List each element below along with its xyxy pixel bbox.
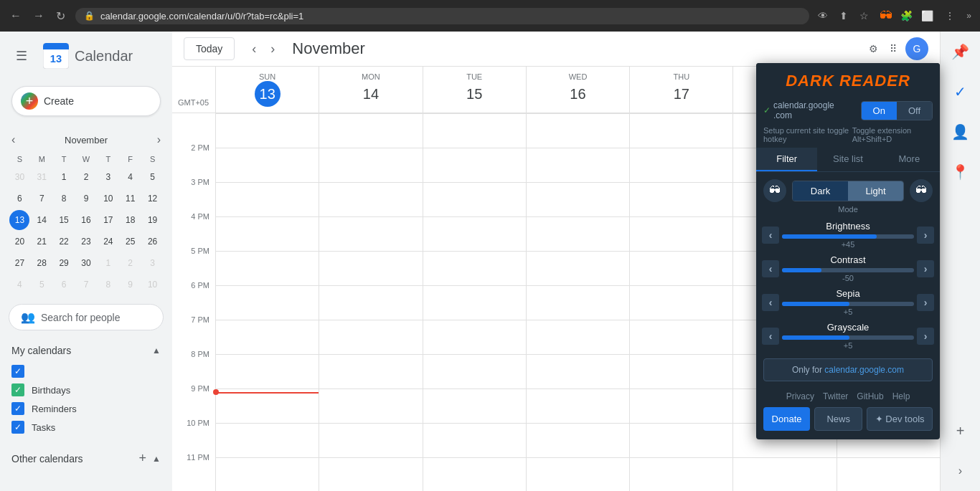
mini-cal-day[interactable]: 9 bbox=[121, 275, 141, 295]
mini-cal-day[interactable]: 6 bbox=[54, 275, 74, 295]
calendar-item-tasks[interactable]: ✓ Tasks bbox=[9, 418, 164, 437]
mini-cal-prev[interactable]: ‹ bbox=[9, 130, 18, 149]
day-16[interactable]: 16 bbox=[565, 81, 590, 107]
cell[interactable] bbox=[423, 388, 526, 423]
dr-only-for-button[interactable]: Only for calendar.google.com bbox=[763, 358, 933, 381]
mini-cal-day[interactable]: 2 bbox=[76, 167, 96, 187]
cell[interactable] bbox=[215, 354, 319, 388]
mini-cal-day[interactable]: 9 bbox=[76, 189, 96, 209]
cell[interactable] bbox=[215, 457, 319, 491]
today-button[interactable]: Today bbox=[184, 37, 235, 60]
mini-cal-day[interactable]: 25 bbox=[121, 232, 141, 252]
dr-tab-sitelist[interactable]: Site list bbox=[817, 148, 878, 171]
mini-cal-day[interactable]: 30 bbox=[76, 253, 96, 273]
refresh-button[interactable]: ↻ bbox=[52, 6, 70, 26]
cell[interactable] bbox=[215, 216, 319, 251]
mini-cal-day[interactable]: 10 bbox=[143, 275, 163, 295]
dr-grayscale-increase[interactable]: › bbox=[917, 328, 934, 345]
bookmark-icon-button[interactable]: ☆ bbox=[857, 7, 872, 24]
mini-cal-day[interactable]: 30 bbox=[9, 167, 29, 187]
cell[interactable] bbox=[319, 148, 422, 182]
mini-cal-day[interactable]: 7 bbox=[76, 275, 96, 295]
mini-cal-day[interactable]: 23 bbox=[76, 232, 96, 252]
dr-brightness-track[interactable] bbox=[782, 234, 914, 239]
mini-cal-day[interactable]: 3 bbox=[143, 253, 163, 273]
mini-cal-day[interactable]: 20 bbox=[9, 232, 29, 252]
mini-cal-next[interactable]: › bbox=[154, 130, 164, 149]
mini-cal-day[interactable]: 16 bbox=[76, 210, 96, 230]
cell[interactable] bbox=[319, 182, 422, 216]
cell[interactable] bbox=[319, 320, 422, 354]
cell[interactable] bbox=[423, 354, 526, 388]
next-week-button[interactable]: › bbox=[265, 39, 281, 59]
apps-grid-button[interactable]: ⠿ bbox=[887, 40, 900, 57]
cell[interactable] bbox=[215, 148, 319, 182]
day-14[interactable]: 14 bbox=[358, 81, 384, 107]
cell[interactable] bbox=[837, 457, 940, 491]
cell[interactable] bbox=[423, 320, 526, 354]
cell[interactable] bbox=[629, 113, 732, 148]
cell[interactable] bbox=[423, 457, 526, 491]
cell[interactable] bbox=[526, 148, 629, 182]
mini-cal-day[interactable]: 22 bbox=[54, 232, 74, 252]
mini-cal-day[interactable]: 12 bbox=[143, 189, 163, 209]
mini-cal-day[interactable]: 21 bbox=[32, 232, 52, 252]
mini-cal-day[interactable]: 26 bbox=[143, 232, 163, 252]
address-bar[interactable]: 🔒 calendar.google.com/calendar/u/0/r?tab… bbox=[75, 8, 809, 24]
cell[interactable] bbox=[423, 113, 526, 148]
maps-icon-button[interactable]: 📍 bbox=[946, 158, 975, 186]
dark-reader-ext-icon[interactable]: 🕶 bbox=[877, 7, 895, 24]
cell[interactable] bbox=[319, 354, 422, 388]
mini-cal-day[interactable]: 28 bbox=[32, 253, 52, 273]
cell[interactable] bbox=[423, 216, 526, 251]
mini-cal-day[interactable]: 31 bbox=[32, 167, 52, 187]
day-17[interactable]: 17 bbox=[669, 81, 694, 107]
dr-privacy-link[interactable]: Privacy bbox=[786, 391, 814, 401]
dr-contrast-increase[interactable]: › bbox=[917, 260, 934, 277]
cell[interactable] bbox=[215, 182, 319, 216]
dr-light-mode-button[interactable]: Light bbox=[848, 181, 903, 201]
cell[interactable] bbox=[526, 320, 629, 354]
hamburger-button[interactable]: ☰ bbox=[11, 44, 32, 68]
dr-sepia-track[interactable] bbox=[782, 302, 914, 306]
dr-tab-more[interactable]: More bbox=[879, 148, 940, 171]
mini-cal-day[interactable]: 11 bbox=[121, 189, 141, 209]
prev-week-button[interactable]: ‹ bbox=[246, 39, 262, 59]
cell[interactable] bbox=[629, 285, 732, 320]
dr-help-link[interactable]: Help bbox=[892, 391, 910, 401]
contacts-icon-button[interactable]: 👤 bbox=[946, 118, 975, 146]
dr-devtools-button[interactable]: ✦ Dev tools bbox=[867, 407, 933, 431]
mini-cal-day[interactable]: 10 bbox=[98, 189, 118, 209]
mini-cal-day[interactable]: 1 bbox=[98, 253, 118, 273]
mini-cal-day[interactable]: 4 bbox=[121, 167, 141, 187]
mini-cal-day[interactable]: 18 bbox=[121, 210, 141, 230]
mini-cal-day[interactable]: 5 bbox=[32, 275, 52, 295]
dr-contrast-decrease[interactable]: ‹ bbox=[762, 260, 779, 277]
back-button[interactable]: ← bbox=[6, 6, 26, 25]
add-other-calendar-button[interactable]: + bbox=[136, 448, 150, 469]
dr-contrast-track[interactable] bbox=[782, 268, 914, 272]
create-button[interactable]: + Create bbox=[11, 86, 161, 116]
mini-cal-day[interactable]: 29 bbox=[54, 253, 74, 273]
cell[interactable] bbox=[629, 251, 732, 285]
search-people[interactable]: 👥 Search for people bbox=[9, 304, 164, 330]
cell[interactable] bbox=[526, 285, 629, 320]
dr-twitter-link[interactable]: Twitter bbox=[823, 391, 848, 401]
mini-cal-day[interactable]: 2 bbox=[121, 253, 141, 273]
cell[interactable] bbox=[629, 354, 732, 388]
day-13-circle[interactable]: 13 bbox=[255, 81, 281, 107]
mini-cal-day[interactable]: 14 bbox=[32, 210, 52, 230]
cell[interactable] bbox=[215, 320, 319, 354]
cell[interactable] bbox=[319, 216, 422, 251]
calendar-item-birthdays[interactable]: ✓ Birthdays bbox=[9, 381, 164, 399]
user-avatar[interactable]: G bbox=[905, 37, 928, 60]
cell[interactable] bbox=[215, 251, 319, 285]
cell[interactable] bbox=[629, 423, 732, 457]
dr-dark-mode-button[interactable]: Dark bbox=[793, 181, 848, 201]
mini-cal-day[interactable]: 3 bbox=[98, 167, 118, 187]
day-15[interactable]: 15 bbox=[461, 81, 487, 107]
mini-cal-day[interactable]: 15 bbox=[54, 210, 74, 230]
cell[interactable] bbox=[319, 251, 422, 285]
sidebar-toggle-button[interactable]: ⬜ bbox=[918, 7, 936, 24]
dr-brightness-increase[interactable]: › bbox=[917, 227, 934, 244]
